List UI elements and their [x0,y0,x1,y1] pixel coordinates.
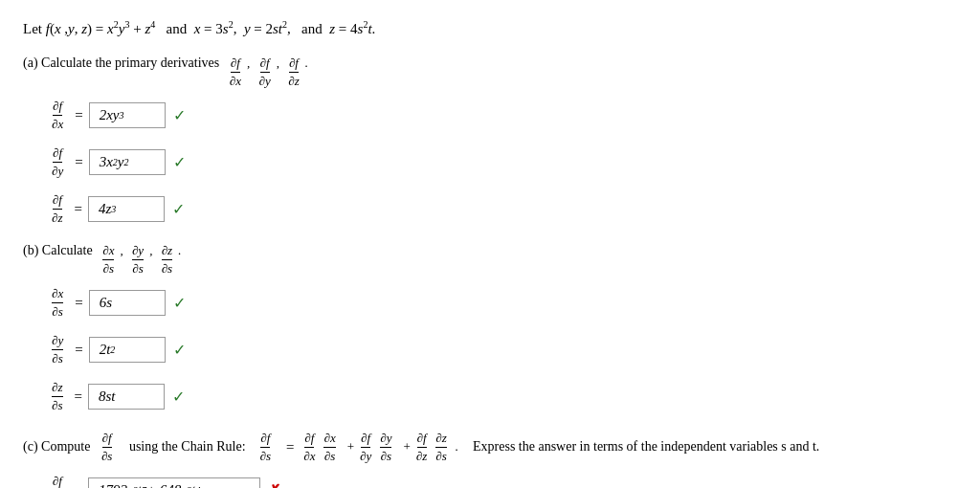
equals-6: = [75,388,82,405]
part-a-row-1: ∂f ∂x = 2xy3 ✓ [52,99,957,132]
chain-formula: ∂f ∂s = ∂f ∂x ∂x ∂s + ∂f ∂y ∂y ∂s + [260,431,458,464]
part-a-frac-1-den: ∂x [52,116,63,132]
part-a-header: (a) Calculate the primary derivatives ∂f… [23,55,957,89]
part-b-answer-3[interactable]: 8st [88,384,165,410]
part-c-label: (c) Compute ∂f ∂s using the Chain Rule: … [23,431,957,464]
part-b-row-1: ∂x ∂s = 6s ✓ [52,286,957,320]
part-c-frac-num: ∂f [102,431,112,448]
equals-4: = [75,295,82,311]
part-b-label: (b) Calculate [23,243,93,257]
part-a-frac-2-num: ∂f [53,145,62,163]
equals-5: = [75,342,82,358]
part-c-section: (c) Compute ∂f ∂s using the Chain Rule: … [23,431,957,489]
part-a-frac-2: ∂f ∂y [52,145,63,179]
part-c-chain-rule-text: using the Chain Rule: [129,439,246,455]
part-b-frac-2-num: ∂y [52,333,63,350]
part-b-frac-1-den: ∂s [52,303,63,320]
part-a-frac-1-num: ∂f [53,99,62,116]
equals-1: = [75,107,82,123]
part-c-express-text: Express the answer in terms of the indep… [473,439,819,455]
part-b-frac-2-den: ∂s [52,350,63,366]
part-b-frac-3: ∂z ∂s [52,380,63,413]
part-a-answer-2[interactable]: 3x2y2 [89,149,166,175]
part-a-frac-2-den: ∂y [52,163,63,179]
part-a-label: (a) Calculate the primary derivatives [23,55,219,70]
part-c-text: (c) Compute [23,439,90,455]
equals-2: = [75,154,82,170]
part-b-answer-1[interactable]: 6s [89,290,166,316]
part-a-frac-3-num: ∂f [53,192,62,210]
check-icon-3: ✓ [172,200,185,218]
part-a-row-3: ∂f ∂z = 4z3 ✓ [52,192,957,226]
part-a-answer-3[interactable]: 4z3 [88,196,165,222]
part-b-answer-2[interactable]: 2t2 [89,337,166,363]
part-b-row-2: ∂y ∂s = 2t2 ✓ [52,333,957,366]
part-a-row-2: ∂f ∂y = 3x2y2 ✓ [52,145,957,179]
part-b-frac-1-num: ∂x [52,286,63,303]
part-b-row-3: ∂z ∂s = 8st ✓ [52,380,957,413]
part-b-frac-3-num: ∂z [52,380,63,397]
check-icon-6: ✓ [172,388,185,406]
problem-header: Let f(x ,y, z) = x2y3 + z4 Let f(x ,y, z… [23,17,957,40]
part-c-answer-frac: ∂f ∂s [52,474,63,489]
equals-7: = [75,482,82,489]
cross-icon: ✗ [268,481,280,489]
check-icon-4: ✓ [173,294,186,312]
check-icon-5: ✓ [173,341,186,359]
part-c-answer-frac-num: ∂f [53,474,62,489]
check-icon-1: ✓ [173,106,186,124]
part-b-frac-3-den: ∂s [52,397,63,413]
part-b-frac-1: ∂x ∂s [52,286,63,320]
part-a-frac-3: ∂f ∂z [52,192,63,226]
part-c-frac-den: ∂s [101,448,113,464]
part-c-answer-row: ∂f ∂s = 1792s8t7 + 648s3t4 ✗ [52,474,957,489]
part-c-answer-box[interactable]: 1792s8t7 + 648s3t4 [88,477,260,489]
part-a-frac-3-den: ∂z [52,210,63,226]
part-a-answer-1[interactable]: 2xy3 [89,102,166,128]
part-b-frac-2: ∂y ∂s [52,333,63,366]
equals-3: = [75,201,82,217]
check-icon-2: ✓ [173,153,186,171]
part-b-header: (b) Calculate ∂x ∂s , ∂y ∂s , ∂z ∂s . [23,243,957,277]
part-a-frac-1: ∂f ∂x [52,99,63,132]
